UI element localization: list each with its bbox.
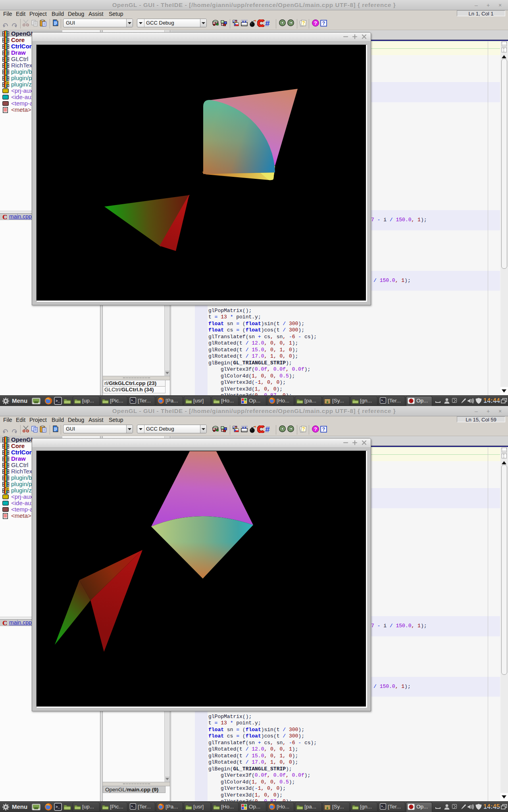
svg-text:>_: >_ [131,399,135,402]
svg-text:>_: >_ [381,399,385,402]
svg-text:>_: >_ [56,805,60,809]
svg-text:?: ? [302,20,305,26]
svg-text:?: ? [322,21,325,26]
svg-text:F: F [7,81,9,85]
svg-text:?: ? [322,427,325,432]
svg-text:?: ? [314,20,317,26]
svg-text:>_: >_ [56,399,60,403]
svg-text:>_: >_ [131,805,135,808]
svg-text:?: ? [314,426,317,432]
svg-text:?: ? [302,426,305,432]
svg-text:>_: >_ [381,805,385,808]
svg-text:F: F [7,487,9,491]
